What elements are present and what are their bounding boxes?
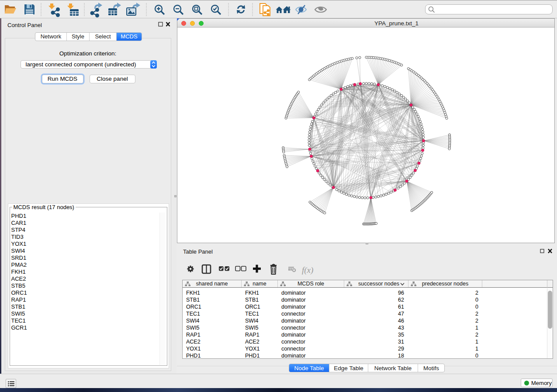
svg-text:f(x): f(x) (302, 265, 313, 275)
